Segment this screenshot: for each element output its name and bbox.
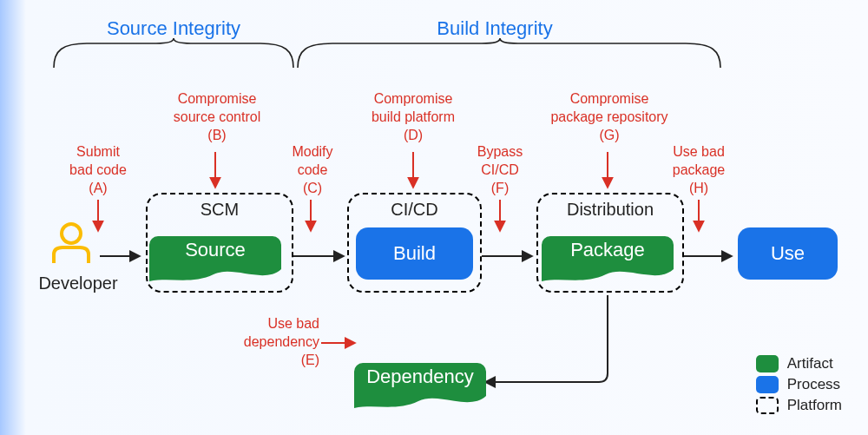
developer-label: Developer — [35, 274, 122, 293]
svg-point-0 — [62, 224, 81, 243]
node-dependency: Dependency — [354, 366, 486, 388]
legend-platform: Platform — [756, 397, 842, 414]
brace-source-integrity — [54, 38, 293, 68]
node-package: Package — [542, 239, 674, 261]
brace-build-integrity — [298, 38, 720, 68]
section-build-integrity: Build Integrity — [399, 17, 590, 40]
platform-distribution-label: Distribution — [536, 200, 684, 220]
threat-b: Compromise source control(B) — [156, 90, 278, 144]
node-use: Use — [738, 227, 838, 280]
arrow-package-to-dependency — [486, 295, 608, 382]
threat-e: Use bad dependency(E) — [233, 315, 319, 369]
threat-d: Compromise build platform(D) — [356, 90, 470, 144]
threat-f: Bypass CI/CD(F) — [473, 143, 527, 197]
legend-process: Process — [756, 376, 842, 393]
threat-g: Compromise package repository(G) — [538, 90, 681, 144]
person-icon — [54, 224, 89, 263]
legend: Artifact Process Platform — [756, 352, 842, 418]
threat-h: Use bad package(H) — [664, 143, 733, 197]
platform-scm-label: SCM — [146, 200, 293, 220]
section-source-integrity: Source Integrity — [78, 17, 269, 40]
swatch-artifact — [756, 355, 779, 372]
legend-artifact: Artifact — [756, 355, 842, 372]
node-source: Source — [149, 239, 281, 261]
platform-cicd-label: CI/CD — [347, 200, 482, 220]
swatch-platform — [756, 397, 779, 414]
swatch-process — [756, 376, 779, 393]
threat-c: Modify code(C) — [282, 143, 343, 197]
node-build: Build — [356, 227, 473, 280]
threat-a: Submit bad code(A) — [62, 143, 134, 197]
